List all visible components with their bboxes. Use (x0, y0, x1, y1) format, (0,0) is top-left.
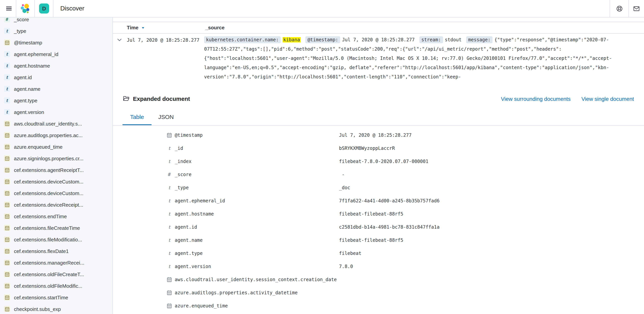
table-row: @timestamp Jul 7, 2020 @ 18:25:28.277 (113, 129, 634, 142)
collapse-row-button[interactable] (116, 37, 122, 43)
elastic-logo-icon (20, 3, 30, 14)
table-row: t _id bSRYKXMBWyzoppLaccrR (113, 142, 634, 155)
table-row: t agent.id c2581dbd-b14a-4981-bc78-831c8… (113, 221, 634, 234)
date-field-icon (4, 202, 10, 208)
sidebar-field-type[interactable]: t _type (0, 25, 112, 37)
topbar-divider (16, 0, 16, 17)
table-row: azure.auditlogs.properties.activity_date… (113, 286, 634, 299)
doc-field-name: _index (175, 159, 337, 164)
date-field-icon (4, 120, 10, 127)
sidebar-field-cef-flex-date1[interactable]: cef.extensions.flexDate1 (0, 245, 112, 257)
sidebar-field-agent-name[interactable]: t agent.name (0, 83, 112, 95)
sidebar-field-agent-version[interactable]: t agent.version (0, 106, 112, 118)
newsfeed-button[interactable] (630, 0, 642, 17)
table-row: t agent.ephemeral_id 7f1fa622-4a41-4d00-… (113, 194, 634, 207)
table-row: t _index filebeat-7.8.0-2020.07.07-00000… (113, 155, 634, 168)
doc-field-name: agent.type (175, 251, 337, 256)
sidebar-field-agent-hostname[interactable]: t agent.hostname (0, 60, 112, 71)
tab-table[interactable]: Table (122, 108, 152, 125)
sidebar-field-azure-signinlogs[interactable]: azure.signinlogs.properties.cr... (0, 153, 112, 164)
hamburger-icon (6, 5, 12, 11)
results-table-header: Time _source (113, 22, 644, 34)
doc-field-name: aws.cloudtrail.user_identity.session_con… (175, 277, 337, 282)
help-button[interactable] (613, 0, 626, 17)
doc-field-name: agent.id (175, 224, 337, 230)
sidebar-field-cef-agent-receipt[interactable]: cef.extensions.agentReceiptT... (0, 164, 112, 176)
string-field-icon: t (166, 198, 172, 204)
sidebar-field-cef-old-file-modific[interactable]: cef.extensions.oldFileModific... (0, 280, 112, 292)
sidebar-field-cef-start-time[interactable]: cef.extensions.startTime (0, 292, 112, 303)
row-time-value: Jul 7, 2020 @ 18:25:28.277 (127, 37, 200, 43)
source-field-value: stdout (445, 35, 462, 44)
date-field-icon (166, 290, 172, 296)
app-badge-letter: D (42, 5, 46, 11)
doc-field-name: azure.enqueued_time (175, 303, 337, 309)
sidebar-field-cef-device-custom-1[interactable]: cef.extensions.deviceCustom... (0, 176, 112, 187)
sidebar-field-checkpoint-subs-exp[interactable]: checkpoint.subs_exp (0, 303, 112, 314)
sidebar-field-azure-auditlogs[interactable]: azure.auditlogs.properties.ac... (0, 129, 112, 141)
tab-json[interactable]: JSON (152, 108, 180, 125)
string-field-icon: t (4, 51, 10, 57)
doc-field-value: 7f1fa622-4a41-4d00-a245-8b35b757fad6 (339, 198, 440, 204)
string-field-icon: t (166, 146, 172, 151)
string-field-icon: t (166, 264, 172, 269)
view-single-document-link[interactable]: View single document (582, 96, 634, 102)
view-surrounding-documents-link[interactable]: View surrounding documents (501, 96, 571, 102)
sidebar-field-cef-device-receipt[interactable]: cef.extensions.deviceReceipt... (0, 199, 112, 211)
sidebar-field-cef-device-custom-2[interactable]: cef.extensions.deviceCustom... (0, 187, 112, 199)
date-field-icon (4, 213, 10, 219)
sidebar-field-score[interactable]: # _score (0, 17, 112, 25)
source-field-badge: message: (466, 36, 492, 43)
menu-icon[interactable] (2, 0, 16, 17)
document-links: View surrounding documents View single d… (501, 96, 634, 102)
doc-field-value: filebeat-filebeat-88rf5 (339, 238, 403, 243)
string-field-icon: t (4, 97, 10, 103)
sidebar-field-agent-type[interactable]: t agent.type (0, 95, 112, 106)
field-sidebar: # _score t _type @timestamp t agent.ephe… (0, 17, 113, 314)
doc-field-name: agent.version (175, 264, 337, 269)
chevron-down-icon (116, 37, 122, 43)
sidebar-field-aws-cloudtrail[interactable]: aws.cloudtrail.user_identity.s... (0, 118, 112, 129)
sidebar-field-agent-ephemeral-id[interactable]: t agent.ephemeral_id (0, 48, 112, 60)
topbar-divider (610, 0, 610, 17)
doc-field-value: _doc (339, 185, 350, 190)
topbar-divider (53, 0, 53, 17)
doc-field-name: _type (175, 185, 337, 190)
date-field-icon (4, 190, 10, 196)
sidebar-field-timestamp[interactable]: @timestamp (0, 37, 112, 48)
date-field-icon (4, 178, 10, 185)
elastic-logo[interactable] (19, 0, 31, 17)
date-field-icon (4, 294, 10, 301)
document-fields-table: @timestamp Jul 7, 2020 @ 18:25:28.277 t … (113, 129, 634, 313)
doc-field-name: _id (175, 146, 337, 151)
doc-field-value: filebeat (339, 251, 362, 256)
number-field-icon: # (4, 17, 10, 22)
sidebar-field-azure-enqueued-time[interactable]: azure.enqueued_time (0, 141, 112, 153)
date-field-icon (4, 260, 10, 266)
sort-down-icon (141, 25, 145, 30)
date-field-icon (4, 167, 10, 173)
table-row: # _score - (113, 168, 634, 181)
top-navigation-bar: D Discover (0, 0, 644, 17)
string-field-icon: t (4, 28, 10, 34)
doc-viewer-tabs: Table JSON (122, 108, 180, 125)
sidebar-field-agent-id[interactable]: t agent.id (0, 71, 112, 83)
source-field-value: Jul 7, 2020 @ 18:25:28.277 (342, 35, 415, 44)
sidebar-field-cef-file-create-time[interactable]: cef.extensions.fileCreateTime (0, 222, 112, 234)
date-field-icon (4, 155, 10, 161)
doc-field-value: filebeat-7.8.0-2020.07.07-000001 (339, 159, 428, 164)
sidebar-field-cef-end-time[interactable]: cef.extensions.endTime (0, 211, 112, 222)
source-field-badge: @timestamp: (306, 36, 340, 43)
doc-field-value: filebeat-filebeat-88rf5 (339, 211, 403, 217)
sidebar-field-cef-manager-receipt[interactable]: cef.extensions.managerRecei... (0, 257, 112, 269)
sidebar-field-cef-file-modification[interactable]: cef.extensions.fileModificatio... (0, 234, 112, 245)
string-field-icon: t (4, 74, 10, 80)
time-column-header[interactable]: Time (127, 25, 145, 30)
date-field-icon (4, 225, 10, 231)
row-source-value: kubernetes.container.name:kibana @timest… (204, 35, 634, 81)
topbar-divider (628, 0, 629, 17)
table-row: t _type _doc (113, 181, 634, 194)
number-field-icon: # (166, 172, 172, 177)
sidebar-field-cef-old-file-create[interactable]: cef.extensions.oldFileCreateT... (0, 269, 112, 280)
string-field-icon: t (166, 185, 172, 190)
